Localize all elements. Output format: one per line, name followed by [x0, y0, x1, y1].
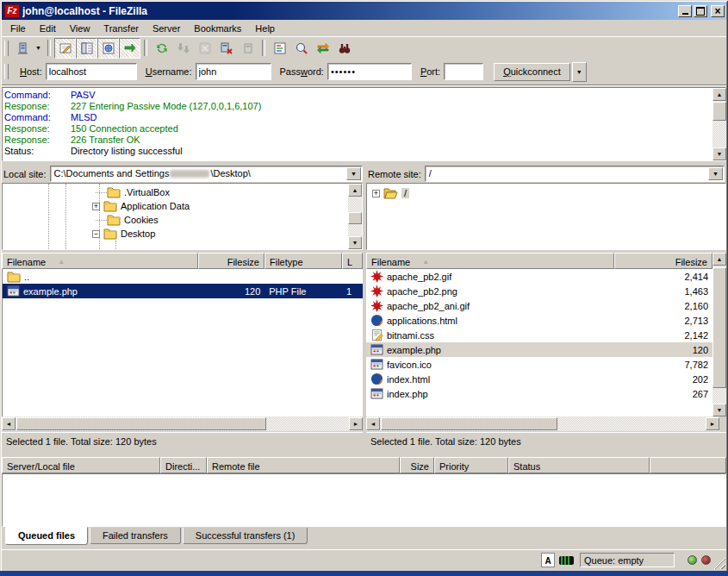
column-header-filesize[interactable]: Filesize — [198, 253, 264, 269]
username-input[interactable] — [196, 63, 271, 80]
file-row[interactable]: favicon.ico 7,782 — [366, 357, 712, 372]
title-bar[interactable]: Fz john@localhost - FileZilla × — [2, 2, 726, 20]
column-header-size[interactable]: Size — [400, 457, 434, 473]
speed-limits-icon[interactable] — [559, 556, 574, 565]
column-header-filetype[interactable]: Filetype — [264, 253, 342, 269]
sort-ascending-icon: ▲ — [422, 258, 429, 266]
local-hscrollbar-thumb[interactable] — [16, 417, 266, 430]
column-header-priority[interactable]: Priority — [434, 457, 508, 473]
menu-transfer[interactable]: Transfer — [96, 22, 146, 35]
quickconnect-grip[interactable] — [4, 64, 9, 79]
tab-successful-transfers[interactable]: Successful transfers (1) — [183, 528, 308, 544]
refresh-button[interactable] — [151, 38, 172, 59]
local-list-hscrollbar[interactable]: ◄ ► — [2, 416, 363, 431]
toggle-transfer-queue-button[interactable] — [119, 38, 140, 59]
port-input[interactable] — [444, 63, 483, 80]
password-input[interactable] — [327, 63, 412, 80]
file-row-example-php[interactable]: example.php 120 PHP File 1 — [3, 284, 363, 298]
binoculars-icon — [338, 41, 352, 55]
column-header-filesize[interactable]: Filesize — [614, 253, 712, 269]
log-scrollbar-thumb[interactable] — [712, 102, 726, 121]
file-row[interactable]: apache_pb2_ani.gif 2,160 — [366, 298, 712, 313]
reconnect-button[interactable] — [237, 38, 258, 59]
toolbar-grip[interactable] — [4, 41, 9, 56]
cancel-icon — [198, 41, 212, 55]
menu-view[interactable]: View — [63, 22, 97, 35]
menu-edit[interactable]: Edit — [33, 22, 63, 35]
scroll-up-icon[interactable]: ▲ — [348, 184, 362, 197]
local-pane-status: Selected 1 file. Total size: 120 bytes — [2, 432, 363, 449]
scroll-left-icon[interactable]: ◄ — [366, 417, 380, 430]
tree-item-virtualbox[interactable]: .VirtualBox — [96, 185, 170, 199]
close-button[interactable]: × — [711, 5, 725, 17]
file-row[interactable]: applications.html 2,713 — [366, 313, 712, 328]
column-header-remote-file[interactable]: Remote file — [207, 457, 400, 473]
remote-list-scrollbar[interactable]: ▲ ▼ — [712, 253, 726, 416]
directory-filters-button[interactable] — [269, 38, 290, 59]
scroll-up-icon[interactable]: ▲ — [712, 88, 726, 101]
quickconnect-dropdown[interactable]: ▼ — [572, 62, 587, 82]
column-header-server-local-file[interactable]: Server/Local file — [2, 457, 160, 473]
column-header-direction[interactable]: Directi... — [160, 457, 207, 473]
remote-list-scrollbar-thumb[interactable] — [712, 267, 726, 388]
log-scrollbar[interactable]: ▲ ▼ — [712, 88, 726, 160]
find-files-button[interactable] — [333, 38, 355, 59]
scroll-down-icon[interactable]: ▼ — [712, 147, 726, 160]
toggle-local-tree-button[interactable] — [76, 38, 97, 59]
host-input[interactable] — [46, 63, 137, 80]
file-row-parent-dir[interactable]: .. — [3, 269, 363, 284]
quickconnect-button[interactable]: Quickconnect — [494, 63, 570, 81]
menu-file[interactable]: File — [3, 22, 33, 35]
file-row[interactable]: bitnami.css 2,142 — [366, 328, 712, 342]
file-row[interactable]: apache_pb2.png 1,463 — [366, 284, 712, 298]
remote-hscrollbar-thumb[interactable] — [381, 417, 557, 430]
bottom-edge — [0, 571, 728, 576]
tree-item-root[interactable]: + / — [372, 186, 409, 200]
tree-expand-icon[interactable]: + — [372, 190, 380, 197]
process-queue-button[interactable] — [172, 38, 194, 59]
file-row[interactable]: index.php 267 — [366, 386, 712, 401]
scroll-left-icon[interactable]: ◄ — [2, 417, 16, 430]
synchronized-browsing-button[interactable] — [312, 38, 333, 59]
column-header-filename[interactable]: Filename▲ — [2, 253, 198, 269]
minimize-button[interactable] — [678, 5, 692, 17]
file-row-example-php[interactable]: example.php 120 — [366, 342, 712, 357]
site-manager-button[interactable] — [11, 38, 33, 59]
menu-bookmarks[interactable]: Bookmarks — [187, 22, 248, 35]
cancel-operation-button[interactable] — [194, 38, 215, 59]
menu-help[interactable]: Help — [248, 22, 282, 35]
transfer-queue-list[interactable] — [2, 473, 726, 527]
site-manager-dropdown[interactable]: ▼ — [33, 39, 44, 58]
remote-site-combobox[interactable]: / ▼ — [425, 166, 725, 182]
tab-failed-transfers[interactable]: Failed transfers — [90, 528, 181, 544]
tab-queued-files[interactable]: Queued files — [5, 527, 88, 545]
menu-server[interactable]: Server — [146, 22, 187, 35]
scroll-right-icon[interactable]: ► — [349, 417, 363, 430]
file-row[interactable]: index.html 202 — [366, 372, 712, 386]
chevron-down-icon[interactable]: ▼ — [346, 167, 361, 180]
toggle-remote-tree-button[interactable] — [97, 38, 119, 59]
tree-item-cookies[interactable]: Cookies — [96, 213, 159, 227]
directory-comparison-button[interactable] — [290, 38, 312, 59]
file-row[interactable]: apache_pb2.gif 2,414 — [366, 269, 712, 284]
local-tree-scrollbar-thumb[interactable] — [348, 212, 362, 224]
remote-list-hscrollbar[interactable]: ◄ ► — [366, 416, 719, 431]
scroll-right-icon[interactable]: ► — [706, 417, 719, 430]
local-site-combobox[interactable]: C:\Documents and Settings\Desktop\ ▼ — [50, 166, 363, 182]
column-header-status[interactable]: Status — [508, 457, 650, 473]
scroll-up-icon[interactable]: ▲ — [712, 253, 726, 266]
tree-expand-icon[interactable]: + — [92, 203, 100, 210]
scroll-down-icon[interactable]: ▼ — [712, 404, 726, 416]
maximize-button[interactable] — [694, 5, 707, 17]
toggle-message-log-button[interactable] — [54, 38, 76, 59]
disconnect-button[interactable] — [215, 38, 237, 59]
local-tree-scrollbar[interactable]: ▲ ▼ — [348, 184, 362, 249]
column-header-last-modified[interactable]: L — [342, 253, 363, 269]
tree-item-application-data[interactable]: + Application Data — [92, 199, 190, 213]
column-header-filename[interactable]: Filename▲ — [366, 253, 614, 269]
chevron-down-icon[interactable]: ▼ — [708, 167, 723, 180]
filezilla-app-icon[interactable]: Fz — [4, 4, 20, 18]
tree-item-desktop[interactable]: − Desktop — [92, 227, 155, 241]
scroll-down-icon[interactable]: ▼ — [348, 236, 362, 249]
tree-collapse-icon[interactable]: − — [92, 230, 100, 238]
